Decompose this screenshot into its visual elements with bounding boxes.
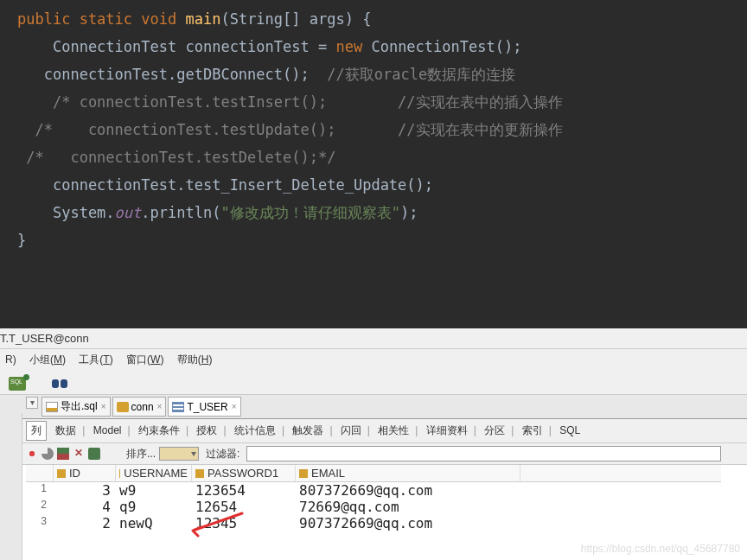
binoculars-icon[interactable] [52,378,67,390]
column-icon [299,469,308,478]
tab-conn[interactable]: conn× [112,397,167,417]
sort-dropdown[interactable] [159,447,199,461]
code-editor[interactable]: public static void main(String[] args) {… [0,0,747,328]
side-panel [0,413,22,560]
table-row[interactable]: 3 2 newQ 12345 907372669@qq.com [26,515,721,531]
refresh-icon[interactable] [42,448,54,460]
menu-group[interactable]: 小组(M) [24,351,71,369]
pin-icon[interactable] [26,448,38,460]
table-icon [172,402,184,412]
header-username[interactable]: USERNAME [116,465,192,481]
filter-label: 过滤器: [206,447,239,461]
column-icon [119,469,120,478]
filter-toolbar: ✕ 排序... 过滤器: [0,443,747,465]
toolbar [0,371,747,395]
subtab-details[interactable]: 详细资料 [421,421,473,441]
close-icon[interactable]: × [157,402,163,411]
code-line-2: ConnectionTest connectionTest = new Conn… [0,33,747,60]
data-grid: ID USERNAME PASSWORD1 EMAIL 1 3 w9 12365… [0,465,747,531]
code-line-3: connectionTest.getDBConnect(); //获取oracl… [0,60,747,88]
table-row[interactable]: 1 3 w9 123654 807372669@qq.com [26,482,721,499]
subtab-trigger[interactable]: 触发器 [287,421,329,441]
delete-row-icon[interactable]: ✕ [73,448,85,460]
grid-header: ID USERNAME PASSWORD1 EMAIL [26,465,721,482]
column-icon [195,469,204,478]
tab-export-sql[interactable]: 导出.sql× [42,397,111,417]
subtab-dependencies[interactable]: 相关性 [373,421,414,441]
subtab-columns[interactable]: 列 [26,421,47,441]
insert-row-icon[interactable] [57,448,69,460]
sql-worksheet-icon[interactable] [9,377,26,391]
header-id[interactable]: ID [54,465,116,481]
sort-label: 排序... [126,447,156,461]
sql-file-icon [46,402,58,412]
code-line-4: /* connectionTest.testInsert(); //实现在表中的… [0,88,747,116]
header-rownum [26,465,54,481]
menu-help[interactable]: 帮助(H) [172,351,218,369]
watermark: https://blog.csdn.net/qq_45687780 [581,543,740,555]
close-icon[interactable]: × [101,402,106,411]
subtab-data[interactable]: 数据 [50,421,81,441]
subtab-grant[interactable]: 授权 [191,421,222,441]
code-line-8: connectionTest.test_Insert_Delete_Update… [0,171,747,199]
rollback-icon[interactable] [104,448,116,460]
menu-r[interactable]: R) [0,352,22,367]
subtab-constraint[interactable]: 约束条件 [133,421,185,441]
subtab-stats[interactable]: 统计信息 [229,421,281,441]
subtab-index[interactable]: 索引 [517,421,548,441]
subtab-model[interactable]: Model [88,422,127,439]
column-icon [57,469,66,478]
menu-window[interactable]: 窗口(W) [121,351,169,369]
menu-bar: R) 小组(M) 工具(T) 窗口(W) 帮助(H) [0,349,747,371]
code-line-11: } [0,226,747,254]
title-bar: T.T_USER@conn [0,328,747,349]
code-line-1: public static void main(String[] args) { [0,5,747,33]
code-line-6: /* connectionTest.testDelete();*/ [0,143,747,171]
tab-tuser[interactable]: T_USER× [168,397,240,417]
filter-input[interactable] [246,446,721,461]
subtab-partition[interactable]: 分区 [479,421,510,441]
subtab-sql[interactable]: SQL [554,422,585,439]
header-password[interactable]: PASSWORD1 [192,465,296,481]
menu-tools[interactable]: 工具(T) [73,351,118,369]
commit-icon[interactable] [88,448,100,460]
code-line-10: System.out.println("修改成功！请仔细观察表"); [0,199,747,226]
sub-tabs: 列 数据| Model| 约束条件| 授权| 统计信息| 触发器| 闪回| 相关… [0,419,747,443]
table-row[interactable]: 2 4 q9 12654 72669@qq.com [26,499,721,515]
connection-icon [117,402,129,412]
file-tabs: ▾ 导出.sql× conn× T_USER× [0,395,747,419]
header-email[interactable]: EMAIL [296,465,520,481]
subtab-flashback[interactable]: 闪回 [335,421,367,441]
panel-toggle-icon[interactable]: ▾ [26,397,38,409]
close-icon[interactable]: × [232,402,237,411]
code-line-5: /* connectionTest.testUpdate(); //实现在表中的… [0,116,747,143]
